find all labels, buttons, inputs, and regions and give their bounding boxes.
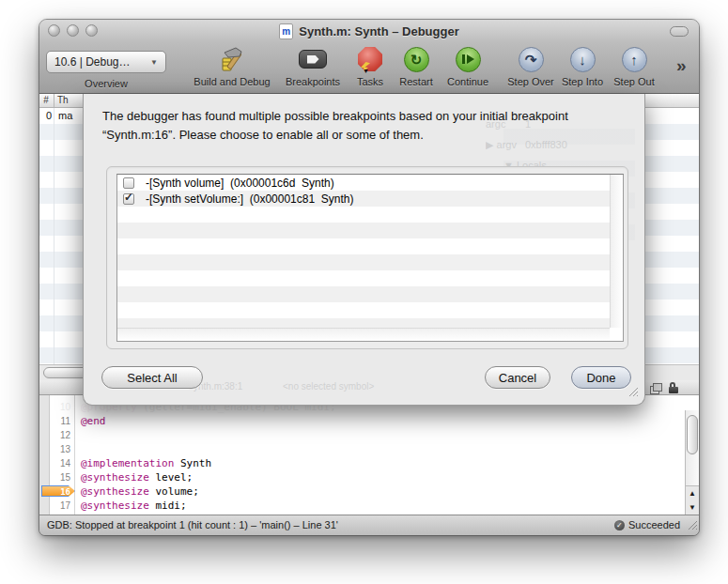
code-line: 12	[39, 428, 684, 442]
column-header-number[interactable]: #	[39, 95, 53, 105]
code-line: 14@implementation Synth	[39, 456, 684, 470]
line-number[interactable]: 14	[39, 456, 70, 470]
toolbar-toggle-button[interactable]	[670, 26, 689, 37]
overview-caption: Overview	[46, 78, 166, 89]
line-number[interactable]: 17	[39, 499, 70, 513]
column-divider-line	[54, 108, 54, 364]
succeeded-icon: ✓	[614, 520, 625, 530]
list-vertical-scrollbar[interactable]	[610, 175, 623, 328]
cancel-button[interactable]: Cancel	[485, 366, 550, 389]
check-icon: ✓	[124, 191, 133, 204]
ghost-breadcrumb-symbol: <no selected symbol>	[283, 381, 374, 392]
breakpoint-row[interactable]: -[Synth volume] (0x00001c6d Synth)	[117, 175, 610, 191]
breakpoint-label: -[Synth volume] (0x00001c6d Synth)	[146, 177, 334, 190]
code-text: @synthesize volume;	[81, 484, 199, 499]
build-status: ✓ Succeeded	[614, 519, 680, 530]
thread-row-name: ma	[58, 110, 72, 121]
code-line: 11@end	[39, 414, 684, 428]
succeeded-label: Succeeded	[628, 519, 680, 530]
document-icon: m	[279, 23, 293, 39]
breakpoint-list-well: -[Synth volume] (0x00001c6d Synth)✓-[Syn…	[106, 166, 628, 349]
line-number[interactable]: 11	[39, 414, 70, 428]
editor-vertical-scrollbar[interactable]: ▲ ▼	[685, 410, 699, 515]
toolbar-item-label: Step Out	[613, 76, 654, 87]
overview-popup-label: 10.6 | Debug…	[54, 55, 131, 69]
window-title: Synth.m: Synth – Debugger	[299, 24, 458, 38]
toolbar-item-label: Build and Debug	[194, 76, 270, 87]
code-line: 15@synthesize level;	[39, 470, 684, 484]
scrollbar-knob[interactable]	[687, 415, 698, 454]
breakpoint-marker-icon[interactable]: 16	[41, 485, 75, 497]
gdb-status-text: GDB: Stopped at breakpoint 1 (hit count …	[47, 519, 338, 530]
desktop: m Synth.m: Synth – Debugger 10.6 | Debug…	[0, 0, 728, 584]
breakpoint-sheet-dialog: argc1▶ argv0xbfff830 ▼ Locals synth.m:38…	[83, 94, 645, 406]
breakpoint-label: -[Synth setVolume:] (0x00001c81 Synth)	[146, 192, 353, 206]
split-editor-icon[interactable]	[650, 383, 661, 393]
scrollbar-arrows: ▲ ▼	[686, 485, 699, 515]
column-header-thread[interactable]: Th	[57, 95, 69, 105]
code-text: @end	[81, 414, 106, 428]
toolbar-item-step-out[interactable]: ↑Step Out	[582, 44, 686, 87]
line-number[interactable]: 12	[39, 428, 70, 442]
line-number[interactable]: 13	[39, 442, 70, 456]
line-number[interactable]: 10	[39, 400, 70, 414]
code-text: @synthesize midi;	[81, 499, 187, 513]
code-line: 17@synthesize midi;	[39, 499, 684, 513]
thread-row-number: 0	[39, 110, 52, 121]
done-button[interactable]: Done	[571, 366, 631, 389]
status-bar: GDB: Stopped at breakpoint 1 (hit count …	[39, 515, 699, 535]
toolbar-overflow-button[interactable]: »	[676, 55, 687, 76]
breakpoint-rows: -[Synth volume] (0x00001c6d Synth)✓-[Syn…	[117, 175, 610, 328]
sheet-resize-grip[interactable]	[627, 383, 638, 400]
list-horizontal-scrollbar[interactable]	[117, 328, 610, 341]
window-resize-grip[interactable]	[686, 516, 697, 533]
scroll-down-arrow[interactable]: ▼	[686, 500, 699, 515]
editor-nav-icons	[650, 382, 678, 393]
select-all-button[interactable]: Select All	[101, 366, 203, 389]
continue-icon	[456, 44, 481, 74]
code-line: 13	[39, 442, 684, 456]
breakpoint-checkbox[interactable]: ✓	[123, 193, 134, 205]
line-number[interactable]: 15	[39, 470, 70, 484]
code-text: @implementation Synth	[81, 456, 211, 470]
debugger-window: m Synth.m: Synth – Debugger 10.6 | Debug…	[39, 20, 699, 535]
code-line: 16@synthesize volume;	[39, 484, 684, 499]
scroll-up-arrow[interactable]: ▲	[686, 486, 699, 500]
code-area[interactable]: 10@property (getter=midi_enable) BOOL mi…	[39, 395, 699, 515]
sheet-message: The debugger has found multiple possible…	[102, 107, 630, 145]
title-group: m Synth.m: Synth – Debugger	[39, 20, 699, 42]
code-text: @synthesize level;	[81, 470, 193, 484]
hammer-icon	[217, 44, 247, 74]
column-divider[interactable]	[54, 94, 54, 107]
chevron-down-icon: ▼	[150, 58, 158, 67]
breakpoint-line-number: 16	[42, 486, 70, 499]
breakpoint-checkbox[interactable]	[123, 177, 134, 189]
step-out-icon: ↑	[622, 44, 647, 74]
toolbar: 10.6 | Debug… ▼ Overview Build and Debug…	[39, 42, 699, 94]
title-bar[interactable]: m Synth.m: Synth – Debugger	[39, 20, 699, 42]
overview-popup[interactable]: 10.6 | Debug… ▼	[46, 51, 166, 73]
breakpoint-row[interactable]: ✓-[Synth setVolume:] (0x00001c81 Synth)	[117, 191, 610, 207]
lock-icon[interactable]	[669, 382, 678, 393]
breakpoint-list[interactable]: -[Synth volume] (0x00001c6d Synth)✓-[Syn…	[116, 174, 624, 342]
